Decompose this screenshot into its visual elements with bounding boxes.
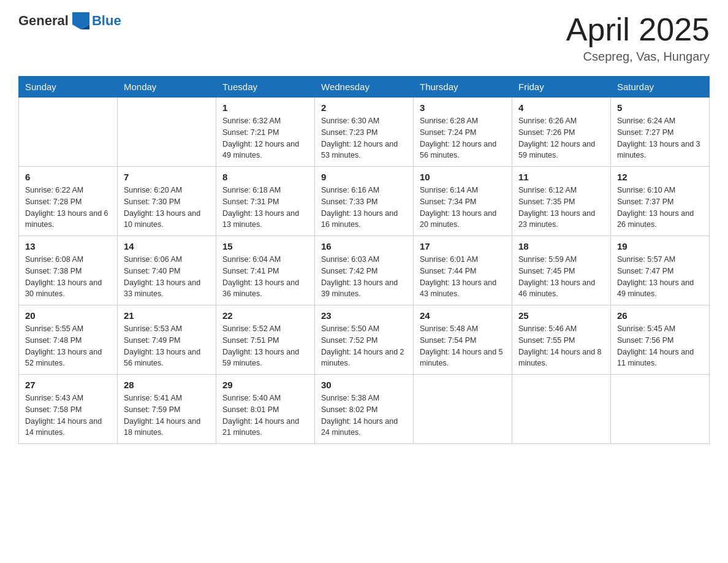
logo-text-general: General: [18, 13, 69, 29]
logo-icon: [72, 12, 89, 29]
calendar-cell: [19, 98, 118, 167]
day-info: Sunrise: 6:01 AMSunset: 7:44 PMDaylight:…: [420, 254, 506, 300]
day-info: Sunrise: 5:55 AMSunset: 7:48 PMDaylight:…: [25, 323, 111, 369]
day-number: 9: [321, 172, 407, 182]
calendar-cell: [512, 375, 611, 444]
day-number: 15: [222, 241, 308, 251]
calendar-cell: 7Sunrise: 6:20 AMSunset: 7:30 PMDaylight…: [118, 167, 216, 236]
calendar-cell: 15Sunrise: 6:04 AMSunset: 7:41 PMDayligh…: [216, 236, 315, 305]
day-info: Sunrise: 5:48 AMSunset: 7:54 PMDaylight:…: [420, 323, 506, 369]
day-info: Sunrise: 5:53 AMSunset: 7:49 PMDaylight:…: [124, 323, 210, 369]
day-number: 16: [321, 241, 407, 251]
calendar-week-row: 20Sunrise: 5:55 AMSunset: 7:48 PMDayligh…: [19, 305, 710, 375]
calendar-cell: 13Sunrise: 6:08 AMSunset: 7:38 PMDayligh…: [19, 236, 118, 305]
calendar-header-sunday: Sunday: [19, 77, 118, 98]
day-number: 21: [124, 310, 210, 321]
day-info: Sunrise: 6:22 AMSunset: 7:28 PMDaylight:…: [25, 185, 111, 231]
day-info: Sunrise: 6:10 AMSunset: 7:37 PMDaylight:…: [617, 185, 703, 231]
day-info: Sunrise: 5:41 AMSunset: 7:59 PMDaylight:…: [124, 393, 210, 439]
calendar-cell: 1Sunrise: 6:32 AMSunset: 7:21 PMDaylight…: [216, 98, 315, 167]
calendar-cell: 22Sunrise: 5:52 AMSunset: 7:51 PMDayligh…: [216, 305, 315, 375]
calendar-cell: 25Sunrise: 5:46 AMSunset: 7:55 PMDayligh…: [512, 305, 611, 375]
day-number: 17: [420, 241, 506, 251]
day-info: Sunrise: 5:38 AMSunset: 8:02 PMDaylight:…: [321, 393, 407, 439]
calendar-cell: 30Sunrise: 5:38 AMSunset: 8:02 PMDayligh…: [315, 375, 414, 444]
logo-text-blue: Blue: [92, 13, 121, 29]
month-title: April 2025: [566, 12, 710, 47]
day-number: 5: [617, 102, 703, 113]
day-number: 22: [222, 310, 308, 321]
day-info: Sunrise: 6:30 AMSunset: 7:23 PMDaylight:…: [321, 115, 407, 161]
day-number: 2: [321, 102, 407, 113]
calendar-cell: 27Sunrise: 5:43 AMSunset: 7:58 PMDayligh…: [19, 375, 118, 444]
day-info: Sunrise: 5:50 AMSunset: 7:52 PMDaylight:…: [321, 323, 407, 369]
day-info: Sunrise: 5:59 AMSunset: 7:45 PMDaylight:…: [518, 254, 604, 300]
calendar-table: SundayMondayTuesdayWednesdayThursdayFrid…: [18, 76, 710, 444]
day-number: 20: [25, 310, 111, 321]
calendar-week-row: 27Sunrise: 5:43 AMSunset: 7:58 PMDayligh…: [19, 375, 710, 444]
day-number: 6: [25, 172, 111, 182]
calendar-week-row: 13Sunrise: 6:08 AMSunset: 7:38 PMDayligh…: [19, 236, 710, 305]
day-number: 27: [25, 380, 111, 390]
calendar-cell: 11Sunrise: 6:12 AMSunset: 7:35 PMDayligh…: [512, 167, 611, 236]
calendar-cell: 19Sunrise: 5:57 AMSunset: 7:47 PMDayligh…: [611, 236, 710, 305]
calendar-cell: 9Sunrise: 6:16 AMSunset: 7:33 PMDaylight…: [315, 167, 414, 236]
calendar-cell: 29Sunrise: 5:40 AMSunset: 8:01 PMDayligh…: [216, 375, 315, 444]
day-number: 18: [518, 241, 604, 251]
calendar-cell: 21Sunrise: 5:53 AMSunset: 7:49 PMDayligh…: [118, 305, 216, 375]
calendar-header-wednesday: Wednesday: [315, 77, 414, 98]
day-number: 12: [617, 172, 703, 182]
calendar-cell: 20Sunrise: 5:55 AMSunset: 7:48 PMDayligh…: [19, 305, 118, 375]
day-number: 14: [124, 241, 210, 251]
day-info: Sunrise: 6:03 AMSunset: 7:42 PMDaylight:…: [321, 254, 407, 300]
day-number: 13: [25, 241, 111, 251]
calendar-cell: 18Sunrise: 5:59 AMSunset: 7:45 PMDayligh…: [512, 236, 611, 305]
day-info: Sunrise: 6:26 AMSunset: 7:26 PMDaylight:…: [518, 115, 604, 161]
calendar-header-saturday: Saturday: [611, 77, 710, 98]
day-number: 23: [321, 310, 407, 321]
day-info: Sunrise: 6:04 AMSunset: 7:41 PMDaylight:…: [222, 254, 308, 300]
calendar-week-row: 6Sunrise: 6:22 AMSunset: 7:28 PMDaylight…: [19, 167, 710, 236]
logo: General Blue: [18, 12, 121, 29]
day-number: 25: [518, 310, 604, 321]
calendar-cell: [414, 375, 512, 444]
day-number: 11: [518, 172, 604, 182]
calendar-cell: 8Sunrise: 6:18 AMSunset: 7:31 PMDaylight…: [216, 167, 315, 236]
day-info: Sunrise: 6:28 AMSunset: 7:24 PMDaylight:…: [420, 115, 506, 161]
day-info: Sunrise: 5:43 AMSunset: 7:58 PMDaylight:…: [25, 393, 111, 439]
day-number: 3: [420, 102, 506, 113]
calendar-header-friday: Friday: [512, 77, 611, 98]
calendar-cell: 3Sunrise: 6:28 AMSunset: 7:24 PMDaylight…: [414, 98, 512, 167]
day-info: Sunrise: 6:20 AMSunset: 7:30 PMDaylight:…: [124, 185, 210, 231]
day-number: 28: [124, 380, 210, 390]
day-info: Sunrise: 6:06 AMSunset: 7:40 PMDaylight:…: [124, 254, 210, 300]
calendar-cell: 16Sunrise: 6:03 AMSunset: 7:42 PMDayligh…: [315, 236, 414, 305]
title-block: April 2025 Csepreg, Vas, Hungary: [566, 12, 710, 64]
day-info: Sunrise: 5:57 AMSunset: 7:47 PMDaylight:…: [617, 254, 703, 300]
day-number: 29: [222, 380, 308, 390]
calendar-header-thursday: Thursday: [414, 77, 512, 98]
day-info: Sunrise: 6:12 AMSunset: 7:35 PMDaylight:…: [518, 185, 604, 231]
location: Csepreg, Vas, Hungary: [566, 50, 710, 64]
calendar-cell: [611, 375, 710, 444]
day-number: 4: [518, 102, 604, 113]
day-info: Sunrise: 5:45 AMSunset: 7:56 PMDaylight:…: [617, 323, 703, 369]
day-number: 24: [420, 310, 506, 321]
calendar-cell: [118, 98, 216, 167]
calendar-header-monday: Monday: [118, 77, 216, 98]
day-number: 10: [420, 172, 506, 182]
calendar-cell: 17Sunrise: 6:01 AMSunset: 7:44 PMDayligh…: [414, 236, 512, 305]
calendar-cell: 5Sunrise: 6:24 AMSunset: 7:27 PMDaylight…: [611, 98, 710, 167]
calendar-cell: 10Sunrise: 6:14 AMSunset: 7:34 PMDayligh…: [414, 167, 512, 236]
calendar-cell: 14Sunrise: 6:06 AMSunset: 7:40 PMDayligh…: [118, 236, 216, 305]
calendar-cell: 6Sunrise: 6:22 AMSunset: 7:28 PMDaylight…: [19, 167, 118, 236]
day-number: 1: [222, 102, 308, 113]
day-info: Sunrise: 5:46 AMSunset: 7:55 PMDaylight:…: [518, 323, 604, 369]
day-number: 7: [124, 172, 210, 182]
calendar-cell: 4Sunrise: 6:26 AMSunset: 7:26 PMDaylight…: [512, 98, 611, 167]
calendar-cell: 12Sunrise: 6:10 AMSunset: 7:37 PMDayligh…: [611, 167, 710, 236]
day-number: 30: [321, 380, 407, 390]
day-info: Sunrise: 6:08 AMSunset: 7:38 PMDaylight:…: [25, 254, 111, 300]
day-info: Sunrise: 6:18 AMSunset: 7:31 PMDaylight:…: [222, 185, 308, 231]
calendar-cell: 26Sunrise: 5:45 AMSunset: 7:56 PMDayligh…: [611, 305, 710, 375]
